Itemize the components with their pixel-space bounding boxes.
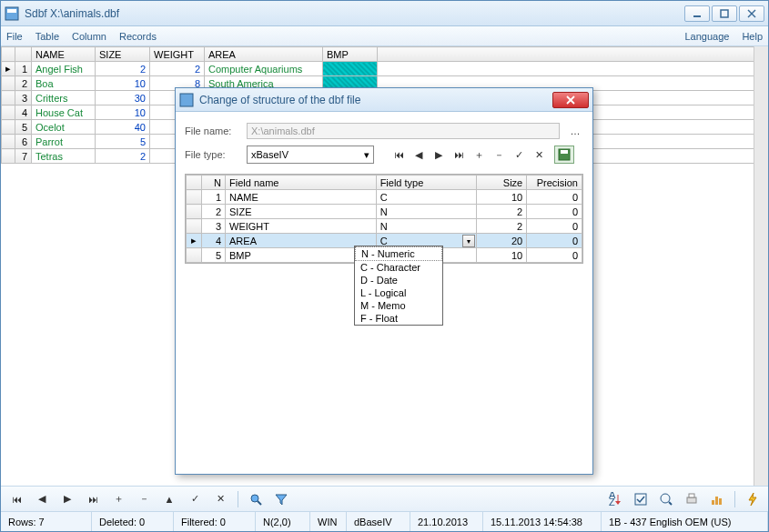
lightning-icon[interactable] xyxy=(743,490,763,508)
minimize-button[interactable] xyxy=(684,5,710,22)
file-type-select[interactable]: xBaseIV ▾ xyxy=(247,146,374,164)
col-fsize[interactable]: Size xyxy=(477,176,527,190)
file-name-label: File name: xyxy=(185,125,239,136)
main-titlebar: Sdbf X:\animals.dbf xyxy=(1,1,768,26)
record-navbar: ⏮ ◀ ▶ ⏭ ＋ － ▲ ✓ ✕ AZ xyxy=(1,486,768,511)
grid-corner xyxy=(2,47,15,62)
svg-rect-18 xyxy=(719,498,722,505)
close-button[interactable] xyxy=(739,5,764,22)
menu-file[interactable]: File xyxy=(6,31,23,42)
bmp-cell[interactable] xyxy=(323,62,378,76)
maximize-button[interactable] xyxy=(712,5,737,22)
field-type-dropdown-button[interactable]: ▾ xyxy=(462,235,475,247)
field-type-dropdown[interactable]: N - Numeric C - Character D - Date L - L… xyxy=(354,246,443,326)
svg-rect-14 xyxy=(687,497,696,503)
dropdown-option[interactable]: D - Date xyxy=(355,274,442,286)
nav-delete-icon[interactable]: － xyxy=(134,490,154,508)
menu-column[interactable]: Column xyxy=(72,31,106,42)
status-coltype: N(2,0) xyxy=(256,512,310,531)
nav-post-icon[interactable]: ✓ xyxy=(185,490,205,508)
chart-icon[interactable] xyxy=(707,490,727,508)
menu-table[interactable]: Table xyxy=(35,31,59,42)
menu-help[interactable]: Help xyxy=(742,31,763,42)
save-button[interactable] xyxy=(554,146,574,164)
col-field[interactable]: Field name xyxy=(226,176,377,190)
file-type-label: File type: xyxy=(185,149,239,160)
menu-language[interactable]: Language xyxy=(684,31,729,42)
dropdown-option[interactable]: C - Character xyxy=(355,261,442,274)
dlg-first-icon[interactable]: ⏮ xyxy=(390,146,407,163)
file-name-input xyxy=(247,123,560,139)
col-area[interactable]: AREA xyxy=(205,47,323,62)
filter-icon[interactable] xyxy=(271,490,291,508)
nav-next-icon[interactable]: ▶ xyxy=(57,490,77,508)
col-n[interactable]: N xyxy=(201,176,225,190)
table-row[interactable]: ▸1Angel Fish22Computer Aquariums xyxy=(2,62,768,76)
status-codepage: 1B - 437 English OEM (US) xyxy=(602,512,768,531)
dropdown-option[interactable]: L - Logical xyxy=(355,286,442,299)
svg-rect-16 xyxy=(712,500,714,505)
col-name[interactable]: NAME xyxy=(32,47,96,62)
svg-text:Z: Z xyxy=(609,497,615,507)
dlg-post-icon[interactable]: ✓ xyxy=(511,146,527,163)
menu-records[interactable]: Records xyxy=(119,31,157,42)
svg-rect-23 xyxy=(561,150,568,154)
svg-rect-15 xyxy=(689,494,694,497)
print-icon[interactable] xyxy=(682,490,702,508)
status-dbtype: dBaseIV xyxy=(347,512,410,531)
svg-line-13 xyxy=(669,502,672,505)
svg-point-6 xyxy=(251,495,258,502)
menubar: File Table Column Records Language Help xyxy=(1,26,768,46)
sort-az-icon[interactable]: AZ xyxy=(605,490,625,508)
dropdown-option[interactable]: N - Numeric xyxy=(355,246,442,261)
col-prec[interactable]: Precision xyxy=(527,176,582,190)
dropdown-option[interactable]: F - Float xyxy=(355,312,442,325)
status-deleted: Deleted: 0 xyxy=(92,512,174,531)
status-filtered: Filtered: 0 xyxy=(174,512,256,531)
nav-prev-icon[interactable]: ◀ xyxy=(32,490,52,508)
search-icon[interactable] xyxy=(246,490,266,508)
svg-rect-17 xyxy=(715,497,718,505)
svg-rect-1 xyxy=(7,9,16,13)
field-row[interactable]: 3WEIGHTN20 xyxy=(187,219,582,234)
dlg-cancel-icon[interactable]: ✕ xyxy=(531,146,547,163)
select-icon[interactable] xyxy=(631,490,651,508)
rownum-header xyxy=(15,47,32,62)
nav-last-icon[interactable]: ⏭ xyxy=(83,490,103,508)
vertical-scrollbar[interactable] xyxy=(754,46,768,486)
nav-edit-icon[interactable]: ▲ xyxy=(159,490,179,508)
dlg-prev-icon[interactable]: ◀ xyxy=(410,146,427,163)
dialog-close-button[interactable] xyxy=(552,92,589,108)
status-date: 21.10.2013 xyxy=(410,512,483,531)
statusbar: Rows: 7 Deleted: 0 Filtered: 0 N(2,0) WI… xyxy=(1,511,768,531)
svg-line-7 xyxy=(258,501,261,505)
dlg-delete-icon[interactable]: － xyxy=(491,146,507,163)
col-weight[interactable]: WEIGHT xyxy=(150,47,205,62)
col-bmp[interactable]: BMP xyxy=(323,47,378,62)
field-row[interactable]: 1NAMEC100 xyxy=(187,190,582,205)
status-rows: Rows: 7 xyxy=(1,512,92,531)
col-blank xyxy=(378,47,768,62)
dialog-titlebar: Change of structure of the dbf file xyxy=(176,88,592,112)
status-platform: WIN xyxy=(310,512,347,531)
dialog-icon xyxy=(179,93,194,107)
app-icon xyxy=(5,6,19,21)
dropdown-option[interactable]: M - Memo xyxy=(355,299,442,312)
window-title: Sdbf X:\animals.dbf xyxy=(25,7,684,20)
col-size[interactable]: SIZE xyxy=(96,47,150,62)
dlg-last-icon[interactable]: ⏭ xyxy=(450,146,467,163)
zoom-icon[interactable] xyxy=(656,490,676,508)
nav-first-icon[interactable]: ⏮ xyxy=(6,490,26,508)
browse-button[interactable]: … xyxy=(567,123,583,139)
svg-rect-19 xyxy=(180,94,193,106)
nav-add-icon[interactable]: ＋ xyxy=(108,490,128,508)
dialog-title: Change of structure of the dbf file xyxy=(199,94,552,106)
svg-point-12 xyxy=(661,494,670,503)
svg-rect-11 xyxy=(635,494,646,505)
col-type[interactable]: Field type xyxy=(376,176,476,190)
dlg-add-icon[interactable]: ＋ xyxy=(471,146,487,163)
dlg-next-icon[interactable]: ▶ xyxy=(430,146,447,163)
field-row[interactable]: 2SIZEN20 xyxy=(187,205,582,219)
svg-rect-3 xyxy=(721,10,728,17)
nav-cancel-icon[interactable]: ✕ xyxy=(210,490,230,508)
